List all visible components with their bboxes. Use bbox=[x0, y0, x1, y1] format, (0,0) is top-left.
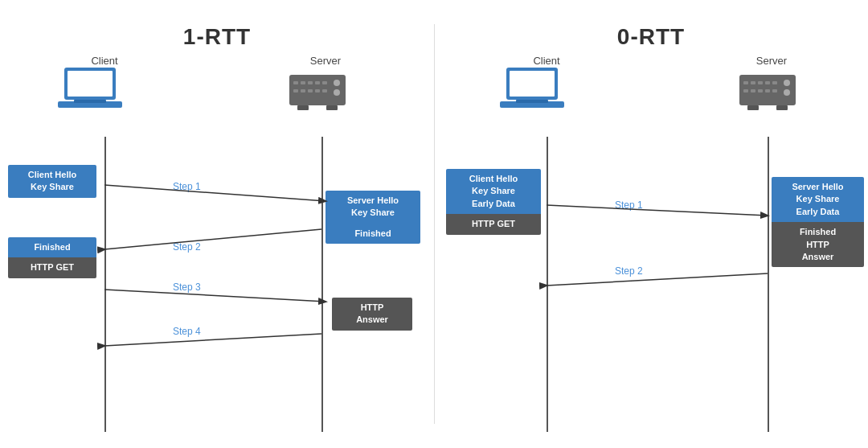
svg-rect-18 bbox=[326, 105, 338, 110]
left-client-label: Client bbox=[72, 55, 137, 67]
right-server-icon bbox=[735, 68, 800, 113]
svg-rect-17 bbox=[297, 105, 309, 110]
left-client-hello-box: Client HelloKey Share bbox=[8, 165, 96, 198]
svg-rect-12 bbox=[308, 89, 313, 92]
svg-rect-37 bbox=[772, 89, 777, 92]
svg-rect-31 bbox=[765, 81, 770, 84]
svg-rect-3 bbox=[74, 100, 106, 103]
right-half: 0-RTT Client Server bbox=[434, 0, 868, 448]
left-server-vline bbox=[321, 137, 323, 432]
left-half: 1-RTT Client Server bbox=[0, 0, 434, 448]
svg-rect-13 bbox=[315, 89, 320, 92]
svg-rect-32 bbox=[772, 81, 777, 84]
left-step2-label: Step 2 bbox=[173, 241, 201, 253]
right-server-label: Server bbox=[739, 55, 804, 67]
right-client-hello-box: Client HelloKey ShareEarly Data HTTP GET bbox=[446, 169, 541, 235]
diagram-container: 1-RTT Client Server bbox=[0, 0, 868, 448]
left-server-hello-box: Server HelloKey Share Finished bbox=[326, 191, 420, 244]
left-step3-label: Step 3 bbox=[173, 282, 201, 293]
svg-rect-29 bbox=[751, 81, 755, 84]
svg-point-38 bbox=[784, 80, 790, 86]
svg-line-43 bbox=[547, 273, 768, 286]
svg-rect-10 bbox=[293, 89, 298, 92]
left-title: 1-RTT bbox=[0, 10, 434, 50]
svg-rect-41 bbox=[776, 105, 788, 110]
svg-rect-7 bbox=[308, 81, 313, 84]
right-title: 0-RTT bbox=[434, 10, 868, 50]
svg-line-20 bbox=[104, 229, 321, 249]
svg-rect-1 bbox=[68, 71, 113, 97]
right-server-hello-box: Server HelloKey ShareEarly Data Finished… bbox=[772, 177, 864, 267]
svg-rect-14 bbox=[322, 89, 327, 92]
left-client-vline bbox=[104, 137, 106, 432]
svg-line-19 bbox=[104, 185, 326, 201]
right-step2-label: Step 2 bbox=[615, 265, 643, 277]
svg-rect-11 bbox=[301, 89, 305, 92]
svg-rect-36 bbox=[765, 89, 770, 92]
svg-point-39 bbox=[784, 89, 790, 96]
svg-rect-33 bbox=[743, 89, 748, 92]
svg-rect-34 bbox=[751, 89, 755, 92]
svg-rect-30 bbox=[758, 81, 763, 84]
svg-point-16 bbox=[334, 89, 340, 96]
left-step1-label: Step 1 bbox=[173, 181, 201, 192]
svg-rect-5 bbox=[293, 81, 298, 84]
left-http-answer-box: HTTPAnswer bbox=[332, 298, 412, 331]
right-server-vline bbox=[768, 137, 769, 432]
svg-rect-28 bbox=[743, 81, 748, 84]
left-finished-box: Finished HTTP GET bbox=[8, 237, 96, 278]
svg-point-15 bbox=[334, 80, 340, 86]
right-client-label: Client bbox=[514, 55, 579, 67]
left-client-icon bbox=[58, 66, 122, 114]
svg-rect-9 bbox=[322, 81, 327, 84]
left-server-icon bbox=[285, 68, 350, 113]
svg-line-22 bbox=[104, 334, 321, 346]
right-client-icon bbox=[500, 66, 564, 114]
svg-rect-24 bbox=[510, 71, 555, 97]
svg-rect-6 bbox=[301, 81, 305, 84]
svg-rect-35 bbox=[758, 89, 763, 92]
svg-rect-26 bbox=[516, 100, 548, 103]
left-step4-label: Step 4 bbox=[173, 326, 201, 337]
left-server-label: Server bbox=[293, 55, 358, 67]
svg-line-42 bbox=[547, 205, 768, 216]
right-client-vline bbox=[547, 137, 548, 432]
right-step1-label: Step 1 bbox=[615, 199, 643, 211]
svg-rect-40 bbox=[747, 105, 759, 110]
svg-rect-8 bbox=[315, 81, 320, 84]
svg-line-21 bbox=[104, 290, 326, 302]
